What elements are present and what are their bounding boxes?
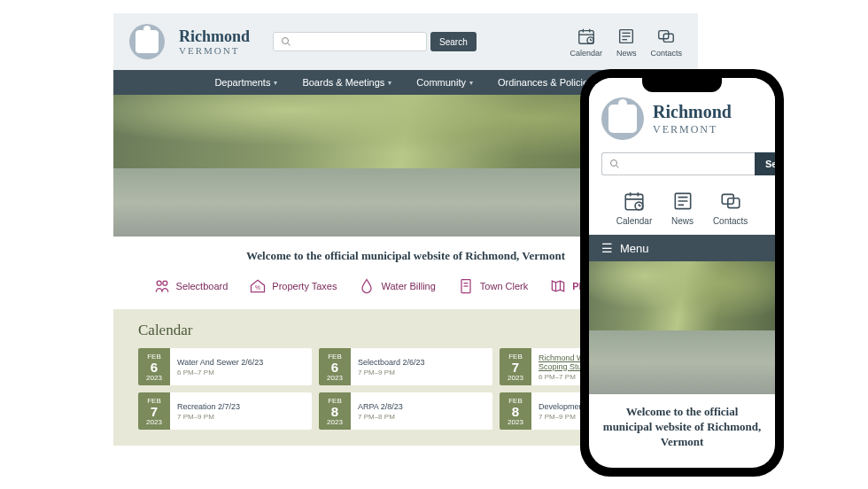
mobile-search-button[interactable]: Search <box>755 152 775 175</box>
mobile-search-input[interactable] <box>625 159 748 169</box>
event-date: FEB72023 <box>138 392 170 430</box>
event-body: Recreation 2/7/23 7 PM–9 PM <box>170 392 247 430</box>
quick-clerk[interactable]: Town Clerk <box>457 277 528 295</box>
mobile-menu-button[interactable]: Menu <box>589 235 775 261</box>
event-item[interactable]: FEB62023 Selectboard 2/6/23 7 PM–9 PM <box>319 348 492 385</box>
event-time: 7 PM–9 PM <box>177 413 240 421</box>
header-link-contacts[interactable]: Contacts <box>650 27 682 58</box>
event-body: Selectboard 2/6/23 7 PM–9 PM <box>351 348 432 385</box>
event-item[interactable]: FEB82023 ARPA 2/8/23 7 PM–8 PM <box>319 392 492 430</box>
mobile-hero-image <box>589 261 775 394</box>
quick-selectboard[interactable]: Selectboard <box>153 277 229 295</box>
search-bar[interactable] <box>273 32 427 51</box>
news-icon <box>671 190 694 213</box>
brand-sub: VERMONT <box>179 46 250 56</box>
svg-line-1 <box>288 43 291 46</box>
search-icon <box>609 159 620 169</box>
taxes-icon: % <box>249 277 267 295</box>
nav-departments[interactable]: Departments <box>202 70 290 95</box>
header: Richmond VERMONT Search Calendar News Co… <box>113 13 698 70</box>
svg-point-15 <box>157 281 161 285</box>
event-item[interactable]: FEB62023 Water And Sewer 2/6/23 6 PM–7 P… <box>138 348 312 385</box>
mobile-link-news[interactable]: News <box>671 190 694 226</box>
svg-text:%: % <box>255 284 260 291</box>
event-date: FEB72023 <box>500 348 531 385</box>
header-link-news[interactable]: News <box>616 27 637 58</box>
event-title: Selectboard 2/6/23 <box>358 358 425 367</box>
search-icon <box>281 36 291 47</box>
mobile-search-bar[interactable] <box>601 152 755 175</box>
search-button[interactable]: Search <box>430 32 477 51</box>
event-title: ARPA 2/8/23 <box>358 402 403 411</box>
event-body: Water And Sewer 2/6/23 6 PM–7 PM <box>170 348 270 385</box>
event-date: FEB62023 <box>138 348 170 385</box>
calendar-icon <box>577 27 596 46</box>
nav-boards[interactable]: Boards & Meetings <box>290 70 404 95</box>
svg-point-16 <box>162 281 167 285</box>
header-link-calendar[interactable]: Calendar <box>570 27 602 58</box>
site-logo[interactable] <box>129 24 165 59</box>
phone-screen: Richmond VERMONT Search Calendar News Co… <box>589 78 775 468</box>
brand-name: Richmond <box>179 28 250 44</box>
mobile-link-contacts[interactable]: Contacts <box>713 190 748 226</box>
phone-mockup: Richmond VERMONT Search Calendar News Co… <box>580 69 784 477</box>
planning-icon <box>549 277 567 295</box>
mobile-header-links: Calendar News Contacts <box>589 184 775 235</box>
event-date: FEB82023 <box>319 392 351 430</box>
mobile-link-calendar[interactable]: Calendar <box>616 190 653 226</box>
event-item[interactable]: FEB72023 Recreation 2/7/23 7 PM–9 PM <box>138 392 312 430</box>
water-icon <box>358 277 376 295</box>
mobile-search: Search <box>601 152 763 175</box>
event-date: FEB62023 <box>319 348 351 385</box>
event-time: 7 PM–8 PM <box>358 413 403 421</box>
event-time: 7 PM–9 PM <box>358 369 425 376</box>
event-body: ARPA 2/8/23 7 PM–8 PM <box>351 392 410 430</box>
search-input[interactable] <box>297 36 419 47</box>
contacts-icon <box>719 190 742 213</box>
calendar-icon <box>623 190 646 213</box>
mobile-logo[interactable] <box>601 97 644 140</box>
mobile-welcome-text: Welcome to the official municipal websit… <box>589 394 775 461</box>
clerk-icon <box>457 277 475 295</box>
news-icon <box>616 27 636 46</box>
event-date: FEB82023 <box>500 392 531 430</box>
svg-line-24 <box>616 166 619 168</box>
search: Search <box>273 32 459 51</box>
event-time: 6 PM–7 PM <box>177 369 263 376</box>
selectboard-icon <box>153 277 171 295</box>
contacts-icon <box>656 27 676 46</box>
event-title: Recreation 2/7/23 <box>177 402 240 411</box>
brand: Richmond VERMONT <box>179 28 250 56</box>
header-links: Calendar News Contacts <box>570 27 682 58</box>
svg-point-0 <box>283 38 289 44</box>
quick-taxes[interactable]: % Property Taxes <box>249 277 337 295</box>
svg-point-23 <box>611 160 617 167</box>
quick-water[interactable]: Water Billing <box>358 277 435 295</box>
event-title: Water And Sewer 2/6/23 <box>177 358 263 367</box>
nav-community[interactable]: Community <box>404 70 485 95</box>
mobile-brand: Richmond VERMONT <box>653 102 732 136</box>
